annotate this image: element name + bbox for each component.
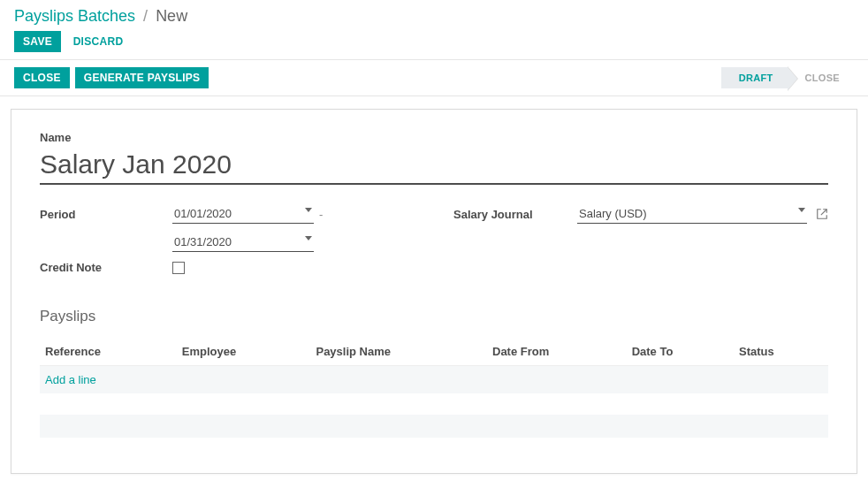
salary-journal-label: Salary Journal xyxy=(453,208,577,221)
salary-journal-input[interactable] xyxy=(577,204,807,224)
payslips-table: Reference Employee Payslip Name Date Fro… xyxy=(40,338,828,393)
col-payslip-name[interactable]: Payslip Name xyxy=(310,338,487,366)
col-employee[interactable]: Employee xyxy=(177,338,311,366)
save-button[interactable]: SAVE xyxy=(14,31,61,52)
breadcrumb-root[interactable]: Payslips Batches xyxy=(14,7,135,25)
status-bar: DRAFT CLOSE xyxy=(721,67,854,88)
period-label: Period xyxy=(40,208,172,221)
col-reference[interactable]: Reference xyxy=(40,338,177,366)
period-from-input[interactable] xyxy=(172,204,314,224)
payslips-section-title: Payslips xyxy=(40,308,828,325)
col-status[interactable]: Status xyxy=(734,338,828,366)
add-line-link[interactable]: Add a line xyxy=(45,373,96,386)
breadcrumb-current: New xyxy=(156,7,187,25)
credit-note-checkbox[interactable] xyxy=(172,262,185,274)
period-range-dash: - xyxy=(319,208,323,221)
discard-button[interactable]: DISCARD xyxy=(65,31,133,52)
period-to-input[interactable] xyxy=(172,233,314,252)
chevron-down-icon[interactable] xyxy=(305,208,312,212)
close-button[interactable]: CLOSE xyxy=(14,67,70,88)
chevron-down-icon[interactable] xyxy=(305,236,312,240)
form-sheet: Name Period - xyxy=(11,109,857,474)
table-footer-strip xyxy=(40,415,828,438)
chevron-down-icon[interactable] xyxy=(798,208,805,212)
name-input[interactable] xyxy=(40,148,828,185)
credit-note-label: Credit Note xyxy=(40,261,172,274)
status-draft[interactable]: DRAFT xyxy=(721,67,788,88)
col-date-from[interactable]: Date From xyxy=(487,338,627,366)
col-date-to[interactable]: Date To xyxy=(627,338,734,366)
external-link-icon[interactable] xyxy=(816,208,828,220)
table-row: Add a line xyxy=(40,366,828,394)
breadcrumb: Payslips Batches / New xyxy=(14,7,854,26)
generate-payslips-button[interactable]: GENERATE PAYSLIPS xyxy=(75,67,209,88)
name-label: Name xyxy=(40,131,828,144)
breadcrumb-separator: / xyxy=(143,7,148,25)
